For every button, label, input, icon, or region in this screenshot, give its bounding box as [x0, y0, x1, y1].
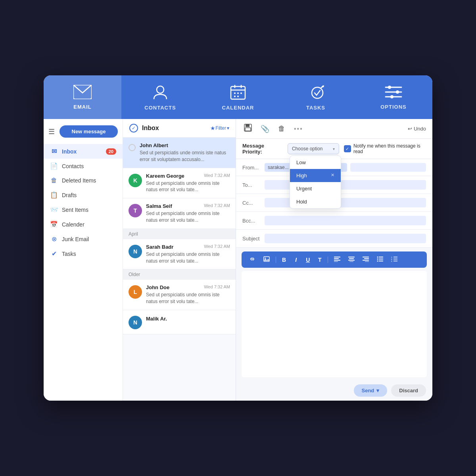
nav-calendar-label: CALENDAR	[222, 105, 254, 111]
notify-checkbox-area: ✓ Notify me when this message is read	[344, 143, 426, 154]
deleted-icon: 🗑	[50, 177, 58, 184]
sidebar-sent-label: Sent Items	[62, 207, 88, 213]
from-label: From...	[242, 165, 261, 171]
format-italic-button[interactable]: I	[292, 255, 300, 264]
top-nav: EMAIL CONTACTS	[44, 75, 432, 119]
sidebar-item-drafts[interactable]: 📋 Drafts	[44, 188, 123, 202]
format-number-button[interactable]: 1.2.3.	[389, 255, 399, 264]
dropdown-option-urgent[interactable]: Urgent	[290, 182, 341, 195]
priority-label: Message Priority:	[242, 143, 283, 155]
calendar-icon	[230, 84, 246, 102]
svg-point-19	[390, 95, 393, 98]
format-divider-1	[276, 257, 276, 263]
email-sender-3: Salma Seif	[146, 203, 172, 209]
format-bold-button[interactable]: B	[280, 255, 288, 264]
format-align-center-button[interactable]	[346, 255, 357, 264]
email-item-5[interactable]: L John Doe Wed 7:32 AM Sed ut perspiciat…	[123, 280, 236, 310]
new-message-button[interactable]: New message	[60, 125, 118, 138]
email-time-5: Wed 7:32 AM	[204, 284, 230, 289]
undo-label: Undo	[414, 126, 426, 132]
sidebar-item-calender[interactable]: 📅 Calender	[44, 217, 123, 232]
nav-options[interactable]: OPTIONS	[355, 75, 432, 119]
sidebar-item-contacts[interactable]: 📄 Contacts	[44, 159, 123, 173]
email-item-4[interactable]: N Sarah Badr Wed 7:32 AM Sed ut perspici…	[123, 239, 236, 270]
sidebar-header: ☰ New message	[44, 125, 123, 144]
sidebar-item-junk[interactable]: ⊗ Junk Email	[44, 232, 123, 246]
dropdown-option-low[interactable]: Low	[290, 156, 341, 169]
priority-dropdown[interactable]: Choose option ▾	[288, 143, 339, 154]
nav-contacts[interactable]: CONTACTS	[121, 75, 199, 119]
more-button[interactable]: •••	[294, 125, 303, 132]
nav-tasks[interactable]: TASKS	[277, 75, 355, 119]
format-link-button[interactable]	[247, 255, 257, 265]
format-align-left-button[interactable]	[332, 255, 342, 264]
sidebar-item-sent[interactable]: 📨 Sent Items	[44, 202, 123, 217]
email-item-6[interactable]: N Malik Ar.	[123, 310, 236, 334]
subject-input[interactable]	[265, 234, 426, 243]
nav-contacts-label: CONTACTS	[144, 105, 176, 111]
svg-point-41	[377, 261, 378, 262]
sidebar-item-inbox[interactable]: ✉ Inbox 20	[44, 144, 123, 159]
sidebar-tasks-label: Tasks	[62, 251, 76, 257]
compose-actions: Send ▾ Discard	[236, 380, 432, 401]
undo-button[interactable]: ↩ Undo	[408, 126, 426, 132]
priority-value: Choose option	[292, 146, 322, 152]
svg-point-39	[377, 259, 378, 260]
svg-point-15	[388, 86, 391, 89]
sidebar-calender-label: Calender	[62, 221, 84, 228]
notify-checkbox[interactable]: ✓	[344, 145, 351, 152]
email-content-4: Sarah Badr Wed 7:32 AM Sed ut perspiciat…	[146, 244, 230, 265]
nav-tasks-label: TASKS	[306, 105, 325, 111]
svg-text:3.: 3.	[391, 260, 392, 262]
email-sender-1: John Albert	[140, 142, 230, 148]
attach-button[interactable]: 📎	[259, 123, 271, 135]
format-underline-button[interactable]: U	[304, 255, 312, 264]
email-preview-3: Sed ut perspiciatis unde omnis iste natu…	[146, 210, 230, 224]
email-item-2[interactable]: K Kareem George Wed 7:32 AM Sed ut persp…	[123, 168, 236, 199]
svg-point-6	[234, 92, 236, 94]
calender-icon: 📅	[50, 221, 58, 228]
email-preview-1: Sed ut perspiciatis unde omnis iste natu…	[140, 150, 230, 163]
email-preview-4: Sed ut perspiciatis unde omnis iste natu…	[146, 251, 230, 265]
tasks-sidebar-icon: ✔	[50, 250, 58, 257]
svg-point-1	[157, 86, 164, 93]
cc-input[interactable]	[265, 198, 426, 207]
sidebar-item-deleted[interactable]: 🗑 Deleted Items	[44, 173, 123, 188]
email-content-1: John Albert Sed ut perspiciatis unde omn…	[140, 142, 230, 163]
dropdown-arrow-icon: ▾	[333, 147, 335, 151]
email-sender-2: Kareem George	[146, 173, 184, 179]
sidebar-inbox-label: Inbox	[62, 148, 77, 155]
bcc-input[interactable]	[265, 216, 426, 225]
nav-calendar[interactable]: CALENDAR	[199, 75, 277, 119]
dropdown-option-hold[interactable]: Hold	[290, 195, 341, 208]
select-all-button[interactable]: ✓	[129, 124, 138, 132]
email-checkbox-1[interactable]	[129, 144, 136, 151]
format-align-right-button[interactable]	[361, 255, 371, 264]
discard-button[interactable]: Discard	[391, 384, 426, 397]
email-item-1[interactable]: John Albert Sed ut perspiciatis unde omn…	[123, 138, 236, 168]
format-image-button[interactable]	[261, 255, 272, 265]
svg-point-24	[265, 258, 266, 259]
filter-button[interactable]: Filter ▾	[215, 125, 229, 131]
format-divider-2	[328, 257, 328, 263]
divider-april: April	[123, 229, 236, 239]
nav-email[interactable]: EMAIL	[44, 75, 121, 119]
send-button[interactable]: Send ▾	[354, 384, 388, 397]
save-button[interactable]	[242, 122, 253, 135]
priority-row: Message Priority: Choose option ▾ Low Hi…	[236, 139, 432, 159]
svg-point-9	[234, 96, 236, 97]
subject-field: Subject	[236, 230, 432, 248]
inbox-icon: ✉	[50, 148, 58, 155]
email-item-3[interactable]: T Salma Seif Wed 7:32 AM Sed ut perspici…	[123, 198, 236, 229]
hamburger-icon[interactable]: ☰	[48, 127, 55, 136]
delete-button[interactable]: 🗑	[276, 123, 287, 134]
dropdown-option-high[interactable]: High ✕	[290, 169, 341, 182]
format-text-button[interactable]: T	[316, 255, 324, 264]
to-input[interactable]	[265, 180, 426, 190]
inbox-title: Inbox	[142, 125, 208, 132]
contacts-icon	[152, 84, 168, 102]
format-bullet-button[interactable]	[375, 255, 385, 264]
sidebar-item-tasks[interactable]: ✔ Tasks	[44, 246, 123, 261]
email-sender-6: Malik Ar.	[146, 316, 167, 322]
compose-body[interactable]	[242, 271, 427, 377]
